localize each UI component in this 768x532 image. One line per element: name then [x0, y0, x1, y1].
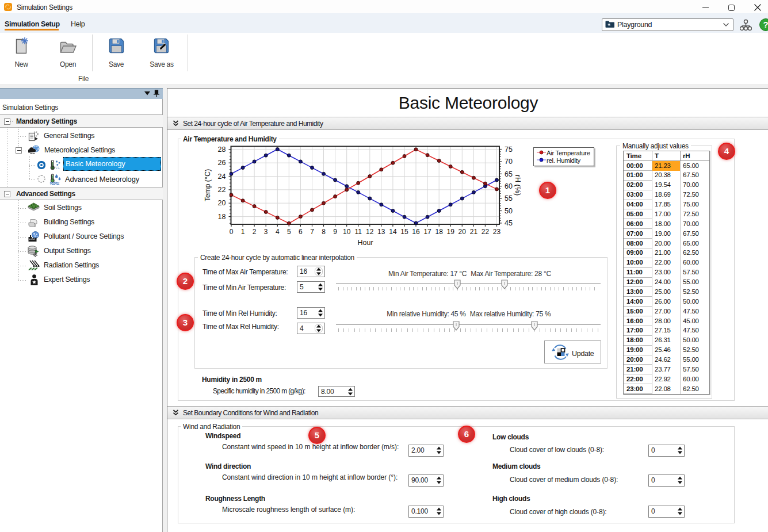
svg-text:3: 3 — [264, 228, 268, 236]
svg-text:16: 16 — [412, 228, 420, 236]
svg-text:50: 50 — [505, 207, 513, 215]
svg-text:20: 20 — [218, 199, 226, 207]
svg-text:2: 2 — [253, 228, 257, 236]
svg-text:18: 18 — [218, 213, 226, 221]
svg-text:65: 65 — [505, 170, 513, 178]
svg-text:rH (%): rH (%) — [514, 175, 522, 196]
svg-text:17: 17 — [423, 228, 431, 236]
svg-text:9: 9 — [333, 228, 337, 236]
svg-text:1: 1 — [241, 228, 245, 236]
svg-text:0: 0 — [230, 228, 234, 236]
svg-text:22: 22 — [218, 186, 226, 194]
svg-text:13: 13 — [377, 228, 385, 236]
svg-text:Hour: Hour — [357, 239, 373, 247]
svg-text:60: 60 — [505, 182, 513, 190]
svg-text:15: 15 — [400, 228, 408, 236]
svg-text:19: 19 — [447, 228, 455, 236]
svg-text:75: 75 — [505, 146, 513, 154]
svg-text:28: 28 — [218, 146, 226, 154]
svg-text:14: 14 — [389, 228, 397, 236]
svg-text:22: 22 — [482, 228, 490, 236]
svg-text:18: 18 — [435, 228, 444, 236]
svg-text:6: 6 — [299, 228, 303, 236]
svg-text:70: 70 — [505, 158, 513, 166]
svg-text:26: 26 — [218, 159, 226, 167]
svg-text:24: 24 — [218, 173, 226, 181]
svg-text:7: 7 — [310, 228, 314, 236]
svg-text:Temp (°C): Temp (°C) — [204, 169, 212, 201]
svg-text:21: 21 — [470, 228, 478, 236]
svg-text:12: 12 — [366, 228, 374, 236]
svg-text:23: 23 — [493, 228, 501, 236]
svg-text:5: 5 — [287, 228, 291, 236]
svg-text:55: 55 — [505, 194, 513, 202]
svg-text:8: 8 — [322, 228, 326, 236]
svg-text:4: 4 — [276, 228, 280, 236]
svg-text:20: 20 — [458, 228, 467, 236]
svg-text:10: 10 — [343, 228, 351, 236]
svg-text:11: 11 — [354, 228, 362, 236]
svg-text:45: 45 — [505, 219, 513, 227]
